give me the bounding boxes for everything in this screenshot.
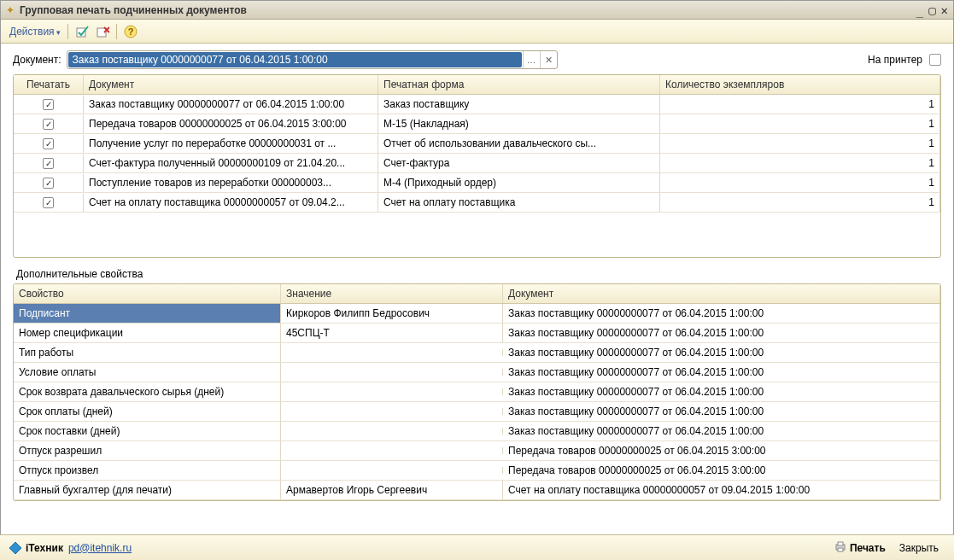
prop-cell: Отпуск разрешил (14, 441, 281, 460)
checkbox-icon[interactable] (43, 197, 54, 208)
table-row[interactable]: Передача товаров 00000000025 от 06.04.20… (14, 114, 940, 134)
val-cell[interactable] (281, 349, 503, 356)
qty-cell[interactable]: 1 (660, 173, 940, 192)
val-cell[interactable] (281, 467, 503, 474)
props-section-label: Дополнительные свойства (13, 258, 941, 283)
val-cell[interactable] (281, 447, 503, 454)
doc-cell: Счет на оплату поставщика 00000000057 от… (84, 193, 378, 212)
val-cell[interactable]: Киркоров Филипп Бедросович (281, 304, 503, 323)
qty-cell[interactable]: 1 (660, 95, 940, 114)
close-button-footer[interactable]: Закрыть (893, 540, 945, 557)
prop-cell: Срок возврата давальческого сырья (дней) (14, 382, 281, 401)
prop-cell: Срок оплаты (дней) (14, 402, 281, 421)
print-cell[interactable] (14, 155, 84, 172)
check-all-button[interactable] (73, 23, 91, 40)
form-cell: Отчет об использовании давальческого сы.… (378, 134, 660, 153)
header-qty[interactable]: Количество экземпляров (660, 75, 940, 94)
doc-cell: Заказ поставщику 00000000077 от 06.04.20… (84, 95, 378, 114)
titlebar: ✦ Групповая печать подчиненных документо… (1, 1, 953, 20)
svg-text:?: ? (128, 26, 134, 37)
form-cell: Счет на оплату поставщика (378, 193, 660, 212)
val-cell[interactable] (281, 388, 503, 395)
printer-icon (834, 540, 846, 555)
qty-cell[interactable]: 1 (660, 134, 940, 153)
table-row[interactable]: ПодписантКиркоров Филипп БедросовичЗаказ… (14, 304, 940, 324)
table-row[interactable]: Срок оплаты (дней)Заказ поставщику 00000… (14, 402, 940, 422)
table-row[interactable]: Главный бухгалтер (для печати)Армавертов… (14, 481, 940, 500)
uncheck-all-button[interactable] (94, 23, 111, 40)
table-row[interactable]: Счет-фактура полученный 00000000109 от 2… (14, 154, 940, 173)
val-cell[interactable] (281, 369, 503, 376)
checkbox-icon[interactable] (43, 138, 54, 149)
document-label: Документ: (13, 54, 61, 66)
print-cell[interactable] (14, 135, 84, 153)
svg-rect-7 (838, 548, 843, 551)
email-link[interactable]: pd@itehnik.ru (68, 542, 132, 554)
print-cell[interactable] (14, 174, 84, 192)
actions-menu[interactable]: Действия (6, 24, 64, 39)
checkbox-icon[interactable] (43, 99, 54, 110)
prop-cell: Тип работы (14, 343, 281, 362)
val-cell[interactable]: Армавертов Игорь Сергеевич (281, 481, 503, 499)
doc-cell: Заказ поставщику 00000000077 от 06.04.20… (503, 422, 940, 440)
qty-cell[interactable]: 1 (660, 193, 940, 212)
properties-grid: Свойство Значение Документ ПодписантКирк… (13, 283, 941, 501)
minimize-button[interactable]: _ (916, 3, 923, 17)
to-printer-checkbox[interactable] (929, 54, 941, 66)
qty-cell[interactable]: 1 (660, 114, 940, 133)
separator (116, 24, 117, 39)
maximize-button[interactable]: ▢ (928, 3, 935, 17)
table-row[interactable]: Условие оплатыЗаказ поставщику 000000000… (14, 363, 940, 382)
prop-cell: Условие оплаты (14, 363, 281, 382)
table-row[interactable]: Срок возврата давальческого сырья (дней)… (14, 382, 940, 402)
table-row[interactable]: Поступление товаров из переработки 00000… (14, 173, 940, 193)
print-label: Печать (850, 542, 886, 554)
select-button[interactable]: … (523, 51, 540, 68)
help-button[interactable]: ? (122, 23, 139, 40)
header-document[interactable]: Документ (503, 284, 940, 303)
doc-cell: Заказ поставщику 00000000077 от 06.04.20… (503, 343, 940, 362)
table-row[interactable]: Счет на оплату поставщика 00000000057 от… (14, 193, 940, 213)
val-cell[interactable] (281, 408, 503, 415)
print-button[interactable]: Печать (828, 538, 893, 557)
form-cell: Заказ поставщику (378, 95, 660, 114)
table-row[interactable]: Отпуск произвелПередача товаров 00000000… (14, 461, 940, 481)
app-icon: ✦ (6, 4, 15, 16)
separator (67, 24, 68, 39)
val-cell[interactable] (281, 428, 503, 435)
brand-logo: iТехник (9, 541, 63, 555)
doc-cell: Передача товаров 00000000025 от 06.04.20… (503, 441, 940, 460)
prop-cell: Номер спецификации (14, 324, 281, 342)
header-value[interactable]: Значение (281, 284, 503, 303)
doc-cell: Получение услуг по переработке 000000000… (84, 134, 378, 153)
print-cell[interactable] (14, 194, 84, 212)
print-cell[interactable] (14, 115, 84, 133)
header-document[interactable]: Документ (84, 75, 378, 94)
doc-cell: Передача товаров 00000000025 от 06.04.20… (503, 461, 940, 480)
prop-cell: Срок поставки (дней) (14, 422, 281, 440)
prop-cell: Отпуск произвел (14, 461, 281, 480)
close-button[interactable]: ✕ (941, 3, 948, 17)
table-row[interactable]: Получение услуг по переработке 000000000… (14, 134, 940, 154)
qty-cell[interactable]: 1 (660, 154, 940, 172)
table-row[interactable]: Заказ поставщику 00000000077 от 06.04.20… (14, 95, 940, 114)
print-cell[interactable] (14, 96, 84, 114)
table-row[interactable]: Тип работыЗаказ поставщику 00000000077 о… (14, 343, 940, 363)
header-print[interactable]: Печатать (14, 75, 84, 94)
document-input[interactable]: Заказ поставщику 00000000077 от 06.04.20… (67, 50, 558, 69)
header-form[interactable]: Печатная форма (378, 75, 660, 94)
to-printer-label: На принтер (868, 54, 922, 66)
table-row[interactable]: Номер спецификации45СПЦ-ТЗаказ поставщик… (14, 324, 940, 343)
doc-cell: Заказ поставщику 00000000077 от 06.04.20… (503, 304, 940, 323)
checkbox-icon[interactable] (43, 119, 54, 130)
table-row[interactable]: Отпуск разрешилПередача товаров 00000000… (14, 441, 940, 461)
clear-button[interactable]: ✕ (540, 51, 557, 68)
close-label: Закрыть (899, 542, 939, 554)
checkbox-icon[interactable] (43, 158, 54, 169)
prop-cell: Подписант (14, 304, 281, 323)
checkbox-icon[interactable] (43, 178, 54, 189)
header-property[interactable]: Свойство (14, 284, 281, 303)
table-row[interactable]: Срок поставки (дней)Заказ поставщику 000… (14, 422, 940, 441)
val-cell[interactable]: 45СПЦ-Т (281, 324, 503, 342)
svg-marker-4 (9, 542, 21, 554)
